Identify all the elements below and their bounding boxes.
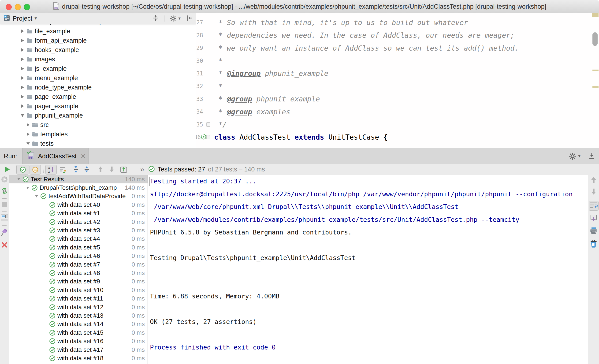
zoom-traffic-light[interactable] xyxy=(24,4,30,10)
test-tree-item[interactable]: with data set #60 ms xyxy=(9,252,148,260)
next-occurrence-icon[interactable] xyxy=(108,165,115,174)
test-tree-item[interactable]: with data set #10 ms xyxy=(9,209,148,218)
test-tree-item[interactable]: Test Results140 ms xyxy=(9,175,148,183)
rerun-disabled-icon[interactable] xyxy=(1,176,8,184)
sort-alphabetically-button[interactable]: az xyxy=(45,165,57,175)
close-traffic-light[interactable] xyxy=(6,4,12,10)
test-tree-item[interactable]: with data set #110 ms xyxy=(9,294,148,303)
test-tree-item[interactable]: with data set #170 ms xyxy=(9,346,148,354)
test-tree-item[interactable]: with data set #120 ms xyxy=(9,303,148,311)
test-tree-item[interactable]: with data set #160 ms xyxy=(9,337,148,345)
export-test-results-icon[interactable] xyxy=(119,165,128,174)
project-tree-item[interactable]: file_example xyxy=(0,27,196,36)
project-tree-item[interactable]: phpunit_example xyxy=(0,111,196,120)
minimize-traffic-light[interactable] xyxy=(15,4,21,10)
test-tree-item[interactable]: with data set #100 ms xyxy=(9,286,148,294)
test-tree-item[interactable]: with data set #00 ms xyxy=(9,201,148,209)
chevron-collapsed-icon[interactable] xyxy=(20,39,25,42)
chevron-expanded-icon[interactable] xyxy=(20,114,25,117)
test-label: with data set #11 xyxy=(57,295,103,302)
test-tree-item[interactable]: with data set #90 ms xyxy=(9,277,148,286)
rerun-play-icon[interactable] xyxy=(4,165,11,174)
code-editor[interactable]: 2627 * So with that in mind, it's up to … xyxy=(196,13,599,148)
run-tab-addclasstest[interactable]: php AddClassTest ✕ xyxy=(22,148,89,164)
fold-marker-icon[interactable] xyxy=(206,135,210,139)
restore-layout-icon[interactable] xyxy=(0,214,9,222)
test-tree-item[interactable]: with data set #180 ms xyxy=(9,354,148,362)
php-file-icon: PHP xyxy=(53,2,59,11)
line-number: 35 xyxy=(196,121,203,128)
editor-scrollbar-thumb[interactable] xyxy=(592,32,598,46)
project-tree-item[interactable]: pager_example xyxy=(0,101,196,111)
print-icon[interactable] xyxy=(590,227,598,235)
test-tree-item[interactable]: Drupal\Tests\phpunit_examp140 ms xyxy=(9,183,148,192)
stop-icon[interactable] xyxy=(2,202,7,208)
chevron-expanded-icon[interactable] xyxy=(26,142,30,145)
chevron-down-icon[interactable]: ▼ xyxy=(34,16,38,21)
clear-all-trash-icon[interactable] xyxy=(590,240,597,249)
test-tree-item[interactable]: with data set #20 ms xyxy=(9,218,148,226)
chevron-collapsed-icon[interactable] xyxy=(20,29,25,33)
locate-file-icon[interactable] xyxy=(152,14,159,23)
error-stripe-mark[interactable] xyxy=(592,70,599,71)
test-tree-item[interactable]: with data set #150 ms xyxy=(9,328,148,337)
hide-window-icon[interactable] xyxy=(588,152,595,160)
chevron-collapsed-icon[interactable] xyxy=(20,48,25,52)
settings-gear-icon[interactable]: ▼ xyxy=(170,15,181,22)
project-tree-item[interactable]: hooks_example xyxy=(0,45,196,54)
chevron-collapsed-icon[interactable] xyxy=(20,105,25,108)
test-tree-item[interactable]: with data set #30 ms xyxy=(9,226,148,234)
show-passed-filter-button[interactable] xyxy=(16,165,29,175)
test-tree-item[interactable]: with data set #40 ms xyxy=(9,235,148,243)
project-tree-item[interactable]: page_example xyxy=(0,92,196,101)
php-test-icon: php xyxy=(26,151,35,162)
project-tree-item[interactable]: js_example xyxy=(0,64,196,73)
more-chevron-icon[interactable]: » xyxy=(139,165,146,174)
sort-by-duration-icon[interactable] xyxy=(58,165,68,174)
close-icon[interactable]: ✕ xyxy=(80,152,86,160)
hide-panel-icon[interactable] xyxy=(186,15,193,22)
chevron-collapsed-icon[interactable] xyxy=(20,76,25,80)
project-view-title[interactable]: Project xyxy=(13,15,32,22)
settings-gear-icon[interactable]: ▼ xyxy=(569,152,581,160)
close-icon[interactable] xyxy=(1,241,8,249)
scroll-to-end-icon[interactable] xyxy=(590,214,597,223)
chevron-expanded-icon[interactable] xyxy=(25,187,30,189)
project-tree-item[interactable]: images xyxy=(0,54,196,64)
chevron-collapsed-icon[interactable] xyxy=(20,58,25,61)
chevron-collapsed-icon[interactable] xyxy=(20,86,25,89)
test-tree-item[interactable]: with data set #190 ms xyxy=(9,363,148,364)
project-tree-item[interactable]: menu_example xyxy=(0,73,196,83)
fold-marker-icon[interactable] xyxy=(206,122,210,127)
chevron-expanded-icon[interactable] xyxy=(16,178,21,180)
test-tree-item[interactable]: testAddWithBadDataProvide0 ms xyxy=(9,192,148,201)
test-tree-item[interactable]: with data set #130 ms xyxy=(9,311,148,320)
chevron-expanded-icon[interactable] xyxy=(34,195,39,197)
arrow-down-icon[interactable] xyxy=(591,188,596,196)
error-stripe-mark[interactable] xyxy=(592,86,599,88)
project-tree-item[interactable]: src xyxy=(0,120,196,130)
test-tree-item[interactable]: with data set #140 ms xyxy=(9,320,148,328)
show-ignored-filter-button[interactable] xyxy=(29,165,41,175)
soft-wrap-toggle[interactable] xyxy=(589,201,599,211)
previous-occurrence-icon[interactable] xyxy=(97,165,104,174)
collapse-all-icon[interactable] xyxy=(82,165,91,174)
chevron-collapsed-icon[interactable] xyxy=(20,67,25,70)
project-tree-item[interactable]: tests xyxy=(0,139,196,148)
run-console[interactable]: Testing started at 20:37 ...sftp://docke… xyxy=(148,175,588,364)
arrow-up-icon[interactable] xyxy=(591,176,596,184)
project-tree-item[interactable]: templates xyxy=(0,130,196,139)
test-tree-item[interactable]: with data set #80 ms xyxy=(9,269,148,277)
project-tree-item[interactable]: form_api_example xyxy=(0,36,196,45)
inspection-indicator[interactable] xyxy=(592,13,599,17)
chevron-collapsed-icon[interactable] xyxy=(20,95,25,98)
divider xyxy=(2,198,7,199)
pin-tab-icon[interactable] xyxy=(1,228,8,237)
test-tree-item[interactable]: with data set #50 ms xyxy=(9,243,148,252)
expand-all-icon[interactable] xyxy=(71,165,80,174)
rerun-failed-tests-icon[interactable] xyxy=(1,187,8,195)
chevron-collapsed-icon[interactable] xyxy=(26,133,30,136)
test-tree-item[interactable]: with data set #70 ms xyxy=(9,260,148,269)
project-tree-item[interactable]: node_type_example xyxy=(0,83,196,92)
chevron-collapsed-icon[interactable] xyxy=(26,123,30,126)
